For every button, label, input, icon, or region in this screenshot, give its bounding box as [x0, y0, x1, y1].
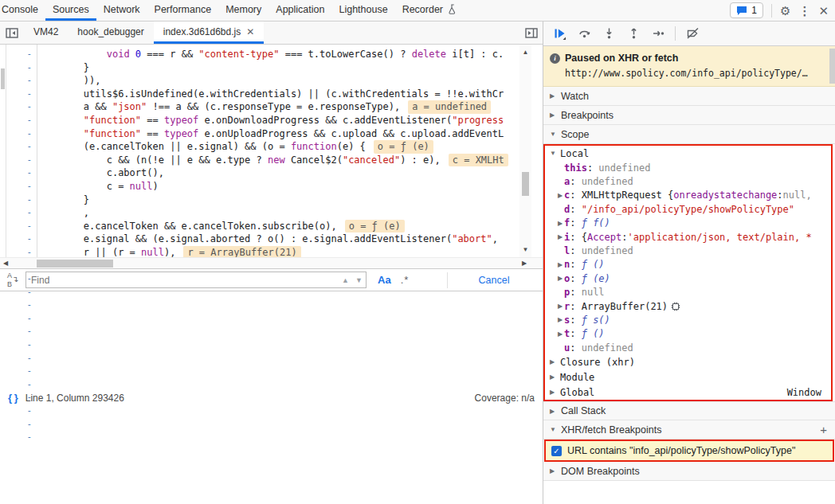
- mini-scrollbar-thumb[interactable]: [1, 68, 5, 89]
- fold-marker[interactable]: -: [6, 312, 37, 326]
- scope-group-closure-xhr-[interactable]: ▶Closure (xhr): [545, 354, 831, 369]
- fold-marker[interactable]: -: [6, 140, 37, 154]
- step-into-button[interactable]: [598, 24, 619, 43]
- find-next-icon[interactable]: ▼: [352, 276, 366, 284]
- scope-variable-o[interactable]: ▶o: ƒ (e): [545, 272, 831, 285]
- fold-marker[interactable]: -: [6, 100, 37, 114]
- scroll-left-arrow[interactable]: ◀: [0, 258, 11, 269]
- tab-performance[interactable]: Performance: [147, 0, 219, 21]
- editor-horizontal-scrollbar[interactable]: ◀ ▶: [0, 257, 543, 268]
- code-line[interactable]: }: [37, 193, 519, 207]
- toggle-sidebar-icon[interactable]: [525, 28, 538, 38]
- add-xhr-breakpoint-button[interactable]: +: [820, 424, 829, 436]
- code-line[interactable]: c && (n(!e || e && e.type ? new Cancel$2…: [37, 154, 519, 167]
- tab-console[interactable]: Console: [0, 0, 45, 21]
- code-line[interactable]: e.signal && (e.signal.aborted ? o() : e.…: [37, 232, 519, 246]
- tab-recorder[interactable]: Recorder: [395, 0, 463, 21]
- scope-group-local[interactable]: ▼Local: [545, 146, 831, 161]
- memory-icon[interactable]: [671, 302, 680, 311]
- step-button[interactable]: [648, 24, 668, 43]
- fold-marker[interactable]: -: [6, 193, 37, 207]
- tab-memory[interactable]: Memory: [218, 0, 269, 21]
- scroll-down-arrow[interactable]: ▼: [519, 244, 531, 256]
- fold-marker[interactable]: -: [6, 48, 37, 61]
- fold-marker[interactable]: -: [6, 154, 37, 167]
- fold-marker[interactable]: -: [6, 61, 37, 75]
- section-dom-breakpoints[interactable]: ▶ DOM Breakpoints: [543, 462, 835, 481]
- step-out-button[interactable]: [623, 24, 644, 43]
- fold-marker[interactable]: -: [6, 404, 37, 418]
- tab-application[interactable]: Application: [269, 0, 331, 21]
- fold-marker[interactable]: -: [6, 431, 37, 444]
- section-breakpoints[interactable]: ▶ Breakpoints: [543, 106, 835, 125]
- breakpoint-checkbox[interactable]: ✓: [551, 446, 562, 456]
- editor-vertical-scrollbar[interactable]: ▲ ▼: [519, 45, 531, 257]
- code-line[interactable]: r || (r = null),r = ArrayBuffer(21): [37, 246, 519, 257]
- scope-group-global[interactable]: ▶GlobalWindow: [545, 385, 831, 400]
- fold-marker[interactable]: -: [6, 232, 37, 246]
- code-line[interactable]: }: [37, 61, 519, 75]
- fold-marker[interactable]: -: [6, 338, 37, 352]
- section-call-stack[interactable]: ▶ Call Stack: [543, 401, 835, 420]
- section-xhr-breakpoints[interactable]: ▼ XHR/fetch Breakpoints +: [543, 420, 835, 440]
- code-line[interactable]: )),: [37, 74, 519, 88]
- fold-marker[interactable]: -: [6, 325, 37, 338]
- fold-marker[interactable]: -: [6, 127, 37, 141]
- code-line[interactable]: "function" == typeof e.onDownloadProgres…: [37, 114, 519, 127]
- code-line[interactable]: e.cancelToken && e.cancelToken.subscribe…: [37, 220, 519, 233]
- code-line[interactable]: utils$6.isUndefined(e.withCredentials) |…: [37, 88, 519, 101]
- xhr-breakpoint-row[interactable]: ✓ URL contains "info_api/policyType/show…: [546, 441, 833, 460]
- console-messages-button[interactable]: 1: [730, 2, 763, 18]
- tab-lighthouse[interactable]: Lighthouse: [331, 0, 394, 21]
- scope-variable-s[interactable]: ▶s: ƒ s(): [545, 313, 831, 326]
- replace-toggle-icon[interactable]: A↴B: [6, 272, 19, 288]
- close-icon[interactable]: ✕: [818, 5, 829, 17]
- find-input[interactable]: [26, 275, 339, 286]
- scope-variable-r[interactable]: ▶r: ArrayBuffer(21): [545, 299, 831, 313]
- code-line[interactable]: (e.cancelToken || e.signal) && (o = func…: [37, 140, 519, 154]
- code-line[interactable]: c.abort(),: [37, 166, 519, 180]
- fold-marker[interactable]: -: [6, 299, 37, 312]
- scope-group-module[interactable]: ▶Module: [545, 369, 831, 385]
- fold-marker[interactable]: -: [6, 378, 37, 392]
- scroll-right-arrow[interactable]: ▶: [519, 258, 530, 269]
- scope-variable-t[interactable]: ▶t: ƒ (): [545, 327, 831, 341]
- deactivate-breakpoints-button[interactable]: [682, 24, 703, 43]
- code-line[interactable]: a && "json" !== a && (c.responseType = e…: [37, 100, 519, 114]
- fold-marker[interactable]: -: [6, 88, 37, 101]
- match-case-button[interactable]: Aa: [378, 274, 391, 286]
- file-tab-hook-debugger[interactable]: hook_debugger: [68, 21, 153, 44]
- fold-marker[interactable]: -: [6, 365, 37, 378]
- scope-variable-c[interactable]: ▶c: XMLHttpRequest {onreadystatechange: …: [545, 189, 831, 202]
- toggle-navigator-icon[interactable]: [0, 21, 24, 44]
- kebab-menu-icon[interactable]: ⋮: [798, 5, 810, 17]
- tab-sources[interactable]: Sources: [45, 0, 96, 21]
- file-tab-index-3d61d6bd-js[interactable]: index.3d61d6bd.js✕: [154, 21, 264, 44]
- vscrollbar-thumb[interactable]: [522, 172, 529, 196]
- scope-variable-n[interactable]: ▶n: ƒ (): [545, 258, 831, 272]
- regex-button[interactable]: .*: [401, 274, 410, 286]
- fold-marker[interactable]: -: [6, 180, 37, 193]
- close-tab-icon[interactable]: ✕: [246, 26, 254, 37]
- collapsed-navigator-strip[interactable]: [0, 45, 6, 257]
- fold-marker[interactable]: -: [6, 114, 37, 127]
- fold-marker[interactable]: -: [6, 206, 37, 220]
- fold-marker[interactable]: -: [6, 220, 37, 233]
- code-line[interactable]: void 0 === r && "content-type" === t.toL…: [37, 48, 519, 61]
- section-scope[interactable]: ▼ Scope: [543, 125, 835, 144]
- scope-variable-i[interactable]: ▶i: {Accept: 'application/json, text/pla…: [545, 230, 831, 244]
- section-watch[interactable]: ▶ Watch: [543, 87, 835, 106]
- cancel-button[interactable]: Cancel: [451, 275, 537, 286]
- hscrollbar-thumb[interactable]: [37, 260, 113, 268]
- fold-marker[interactable]: -: [6, 166, 37, 180]
- step-over-button[interactable]: [574, 24, 594, 43]
- gear-icon[interactable]: ⚙: [780, 5, 790, 17]
- code-line[interactable]: ,: [37, 206, 519, 220]
- file-tab-vm42[interactable]: VM42: [24, 21, 68, 44]
- fold-marker[interactable]: -: [6, 352, 37, 365]
- fold-marker[interactable]: -: [6, 391, 37, 404]
- sidebar-scrollbar-thumb[interactable]: [829, 49, 835, 84]
- code-line[interactable]: "function" == typeof e.onUploadProgress …: [37, 127, 519, 141]
- scope-variable-f[interactable]: ▶f: ƒ f(): [545, 217, 831, 230]
- sidebar-scrollbar[interactable]: [829, 47, 835, 504]
